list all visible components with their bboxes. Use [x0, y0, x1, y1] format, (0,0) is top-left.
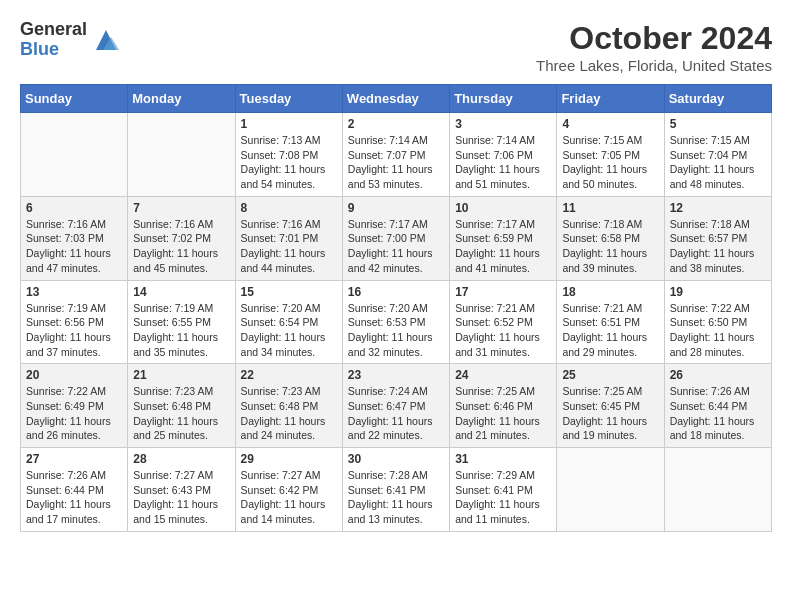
day-number: 19 — [670, 285, 766, 299]
day-cell: 27Sunrise: 7:26 AMSunset: 6:44 PMDayligh… — [21, 448, 128, 532]
day-cell: 2Sunrise: 7:14 AMSunset: 7:07 PMDaylight… — [342, 113, 449, 197]
day-info: Sunrise: 7:20 AMSunset: 6:54 PMDaylight:… — [241, 301, 337, 360]
day-number: 28 — [133, 452, 229, 466]
day-info: Sunrise: 7:26 AMSunset: 6:44 PMDaylight:… — [26, 468, 122, 527]
day-info: Sunrise: 7:22 AMSunset: 6:49 PMDaylight:… — [26, 384, 122, 443]
day-number: 16 — [348, 285, 444, 299]
day-cell: 28Sunrise: 7:27 AMSunset: 6:43 PMDayligh… — [128, 448, 235, 532]
calendar-body: 1Sunrise: 7:13 AMSunset: 7:08 PMDaylight… — [21, 113, 772, 532]
day-info: Sunrise: 7:15 AMSunset: 7:05 PMDaylight:… — [562, 133, 658, 192]
day-cell: 29Sunrise: 7:27 AMSunset: 6:42 PMDayligh… — [235, 448, 342, 532]
day-number: 23 — [348, 368, 444, 382]
day-info: Sunrise: 7:24 AMSunset: 6:47 PMDaylight:… — [348, 384, 444, 443]
week-row-3: 13Sunrise: 7:19 AMSunset: 6:56 PMDayligh… — [21, 280, 772, 364]
weekday-header-wednesday: Wednesday — [342, 85, 449, 113]
day-info: Sunrise: 7:29 AMSunset: 6:41 PMDaylight:… — [455, 468, 551, 527]
day-number: 6 — [26, 201, 122, 215]
day-info: Sunrise: 7:21 AMSunset: 6:52 PMDaylight:… — [455, 301, 551, 360]
day-info: Sunrise: 7:27 AMSunset: 6:42 PMDaylight:… — [241, 468, 337, 527]
day-info: Sunrise: 7:14 AMSunset: 7:06 PMDaylight:… — [455, 133, 551, 192]
day-cell: 30Sunrise: 7:28 AMSunset: 6:41 PMDayligh… — [342, 448, 449, 532]
day-number: 2 — [348, 117, 444, 131]
day-info: Sunrise: 7:23 AMSunset: 6:48 PMDaylight:… — [133, 384, 229, 443]
day-number: 15 — [241, 285, 337, 299]
day-info: Sunrise: 7:14 AMSunset: 7:07 PMDaylight:… — [348, 133, 444, 192]
day-number: 7 — [133, 201, 229, 215]
day-info: Sunrise: 7:22 AMSunset: 6:50 PMDaylight:… — [670, 301, 766, 360]
day-number: 25 — [562, 368, 658, 382]
day-cell: 22Sunrise: 7:23 AMSunset: 6:48 PMDayligh… — [235, 364, 342, 448]
day-cell: 4Sunrise: 7:15 AMSunset: 7:05 PMDaylight… — [557, 113, 664, 197]
day-info: Sunrise: 7:16 AMSunset: 7:02 PMDaylight:… — [133, 217, 229, 276]
day-cell: 25Sunrise: 7:25 AMSunset: 6:45 PMDayligh… — [557, 364, 664, 448]
day-cell: 21Sunrise: 7:23 AMSunset: 6:48 PMDayligh… — [128, 364, 235, 448]
day-number: 14 — [133, 285, 229, 299]
day-cell: 18Sunrise: 7:21 AMSunset: 6:51 PMDayligh… — [557, 280, 664, 364]
day-info: Sunrise: 7:18 AMSunset: 6:58 PMDaylight:… — [562, 217, 658, 276]
day-number: 30 — [348, 452, 444, 466]
day-cell — [128, 113, 235, 197]
week-row-4: 20Sunrise: 7:22 AMSunset: 6:49 PMDayligh… — [21, 364, 772, 448]
day-number: 11 — [562, 201, 658, 215]
day-cell: 6Sunrise: 7:16 AMSunset: 7:03 PMDaylight… — [21, 196, 128, 280]
day-cell: 12Sunrise: 7:18 AMSunset: 6:57 PMDayligh… — [664, 196, 771, 280]
day-info: Sunrise: 7:19 AMSunset: 6:55 PMDaylight:… — [133, 301, 229, 360]
day-number: 10 — [455, 201, 551, 215]
day-cell: 10Sunrise: 7:17 AMSunset: 6:59 PMDayligh… — [450, 196, 557, 280]
day-number: 31 — [455, 452, 551, 466]
day-number: 8 — [241, 201, 337, 215]
day-info: Sunrise: 7:26 AMSunset: 6:44 PMDaylight:… — [670, 384, 766, 443]
day-number: 3 — [455, 117, 551, 131]
day-cell: 14Sunrise: 7:19 AMSunset: 6:55 PMDayligh… — [128, 280, 235, 364]
day-number: 9 — [348, 201, 444, 215]
logo: General Blue — [20, 20, 121, 60]
day-info: Sunrise: 7:21 AMSunset: 6:51 PMDaylight:… — [562, 301, 658, 360]
day-number: 22 — [241, 368, 337, 382]
day-cell: 19Sunrise: 7:22 AMSunset: 6:50 PMDayligh… — [664, 280, 771, 364]
day-info: Sunrise: 7:15 AMSunset: 7:04 PMDaylight:… — [670, 133, 766, 192]
day-cell: 15Sunrise: 7:20 AMSunset: 6:54 PMDayligh… — [235, 280, 342, 364]
day-number: 26 — [670, 368, 766, 382]
day-cell: 7Sunrise: 7:16 AMSunset: 7:02 PMDaylight… — [128, 196, 235, 280]
day-cell: 11Sunrise: 7:18 AMSunset: 6:58 PMDayligh… — [557, 196, 664, 280]
day-cell: 8Sunrise: 7:16 AMSunset: 7:01 PMDaylight… — [235, 196, 342, 280]
day-cell: 16Sunrise: 7:20 AMSunset: 6:53 PMDayligh… — [342, 280, 449, 364]
day-number: 12 — [670, 201, 766, 215]
day-cell — [664, 448, 771, 532]
week-row-2: 6Sunrise: 7:16 AMSunset: 7:03 PMDaylight… — [21, 196, 772, 280]
day-cell: 9Sunrise: 7:17 AMSunset: 7:00 PMDaylight… — [342, 196, 449, 280]
day-cell: 24Sunrise: 7:25 AMSunset: 6:46 PMDayligh… — [450, 364, 557, 448]
location-title: Three Lakes, Florida, United States — [536, 57, 772, 74]
weekday-header-thursday: Thursday — [450, 85, 557, 113]
day-info: Sunrise: 7:23 AMSunset: 6:48 PMDaylight:… — [241, 384, 337, 443]
weekday-header-saturday: Saturday — [664, 85, 771, 113]
day-number: 24 — [455, 368, 551, 382]
day-number: 29 — [241, 452, 337, 466]
day-info: Sunrise: 7:25 AMSunset: 6:46 PMDaylight:… — [455, 384, 551, 443]
day-number: 4 — [562, 117, 658, 131]
month-title: October 2024 — [536, 20, 772, 57]
day-cell — [21, 113, 128, 197]
weekday-header-sunday: Sunday — [21, 85, 128, 113]
day-cell: 5Sunrise: 7:15 AMSunset: 7:04 PMDaylight… — [664, 113, 771, 197]
day-info: Sunrise: 7:13 AMSunset: 7:08 PMDaylight:… — [241, 133, 337, 192]
day-number: 1 — [241, 117, 337, 131]
day-info: Sunrise: 7:17 AMSunset: 7:00 PMDaylight:… — [348, 217, 444, 276]
day-number: 17 — [455, 285, 551, 299]
calendar-table: SundayMondayTuesdayWednesdayThursdayFrid… — [20, 84, 772, 532]
day-number: 18 — [562, 285, 658, 299]
week-row-5: 27Sunrise: 7:26 AMSunset: 6:44 PMDayligh… — [21, 448, 772, 532]
day-info: Sunrise: 7:28 AMSunset: 6:41 PMDaylight:… — [348, 468, 444, 527]
day-cell: 1Sunrise: 7:13 AMSunset: 7:08 PMDaylight… — [235, 113, 342, 197]
weekday-header-monday: Monday — [128, 85, 235, 113]
day-cell: 20Sunrise: 7:22 AMSunset: 6:49 PMDayligh… — [21, 364, 128, 448]
weekday-header-friday: Friday — [557, 85, 664, 113]
logo-icon — [91, 25, 121, 55]
day-cell: 26Sunrise: 7:26 AMSunset: 6:44 PMDayligh… — [664, 364, 771, 448]
day-cell: 23Sunrise: 7:24 AMSunset: 6:47 PMDayligh… — [342, 364, 449, 448]
day-cell: 13Sunrise: 7:19 AMSunset: 6:56 PMDayligh… — [21, 280, 128, 364]
title-area: October 2024 Three Lakes, Florida, Unite… — [536, 20, 772, 74]
day-number: 20 — [26, 368, 122, 382]
page-header: General Blue October 2024 Three Lakes, F… — [20, 20, 772, 74]
day-number: 13 — [26, 285, 122, 299]
